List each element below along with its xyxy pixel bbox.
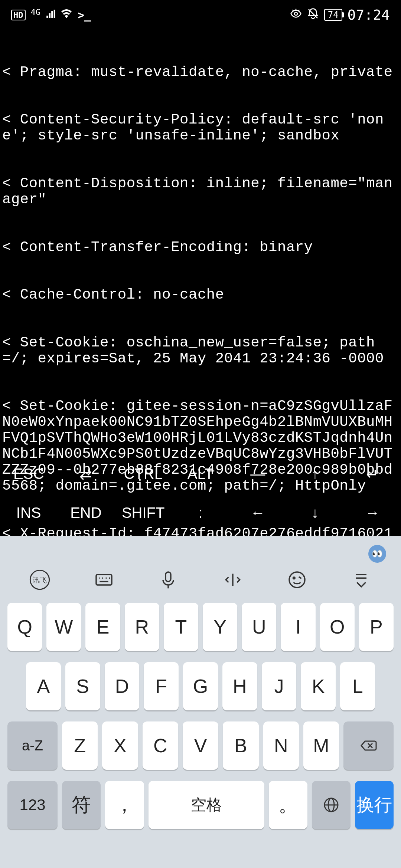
- wifi-icon: [61, 8, 72, 22]
- dash-key[interactable]: —: [229, 466, 286, 482]
- key-v[interactable]: V: [183, 721, 218, 770]
- terminal-output[interactable]: < Pragma: must-revalidate, no-cache, pri…: [0, 30, 401, 451]
- key-x[interactable]: X: [102, 721, 138, 770]
- mute-icon: [307, 8, 319, 22]
- colon-key[interactable]: :: [172, 504, 229, 521]
- key-n[interactable]: N: [263, 721, 299, 770]
- key-t[interactable]: T: [164, 603, 198, 651]
- swap-key[interactable]: ⇄: [57, 466, 114, 483]
- key-globe[interactable]: [312, 781, 351, 829]
- key-c[interactable]: C: [143, 721, 178, 770]
- esc-key[interactable]: ESC: [0, 466, 57, 482]
- key-s[interactable]: S: [65, 662, 100, 710]
- cursor-move-icon[interactable]: [221, 568, 245, 592]
- key-e[interactable]: E: [85, 603, 120, 651]
- key-backspace[interactable]: [343, 721, 394, 770]
- svg-point-12: [289, 572, 305, 588]
- key-p[interactable]: P: [359, 603, 394, 651]
- key-numbers[interactable]: 123: [7, 781, 58, 829]
- terminal-icon: >_: [78, 9, 91, 22]
- enter-key[interactable]: ↵: [344, 466, 401, 483]
- ins-key[interactable]: INS: [0, 504, 57, 521]
- microphone-icon[interactable]: [156, 568, 180, 592]
- emoji-icon[interactable]: [285, 568, 309, 592]
- key-z[interactable]: Z: [62, 721, 98, 770]
- key-u[interactable]: U: [242, 603, 276, 651]
- signal-icon: [46, 9, 55, 22]
- key-comma[interactable]: ，: [105, 781, 144, 829]
- battery-indicator: 74: [324, 9, 342, 21]
- key-l[interactable]: L: [340, 662, 375, 710]
- svg-rect-4: [96, 575, 112, 585]
- terminal-line: < Pragma: must-revalidate, no-cache, pri…: [2, 65, 399, 80]
- terminal-line: < Content-Transfer-Encoding: binary: [2, 240, 399, 256]
- ime-assistant-icon[interactable]: 👀: [368, 545, 386, 563]
- eye-icon: [290, 8, 302, 22]
- key-w[interactable]: W: [46, 603, 81, 651]
- keyboard-switch-icon[interactable]: [92, 568, 116, 592]
- down-arrow-key[interactable]: ↓: [286, 504, 343, 521]
- ctrl-key[interactable]: CTRL: [115, 466, 172, 482]
- up-arrow-key[interactable]: ↑: [286, 466, 343, 482]
- key-y[interactable]: Y: [203, 603, 237, 651]
- left-arrow-key[interactable]: ←: [229, 504, 286, 521]
- svg-point-13: [293, 577, 295, 579]
- terminal-line: < Content-Disposition: inline; filename=…: [2, 176, 399, 208]
- right-arrow-key[interactable]: →: [344, 504, 401, 521]
- terminal-line: < Content-Security-Policy: default-src '…: [2, 112, 399, 144]
- key-h[interactable]: H: [222, 662, 257, 710]
- ime-keyboard: 👀 讯飞 Q W E R T Y U I O: [0, 536, 401, 868]
- svg-text:讯飞: 讯飞: [33, 576, 47, 584]
- extra-keys-bar: ESC ⇄ CTRL ALT — ↑ ↵ INS END SHIFT : ← ↓…: [0, 451, 401, 536]
- terminal-line: < Set-Cookie: oschina_new_user=false; pa…: [2, 335, 399, 367]
- key-d[interactable]: D: [105, 662, 140, 710]
- alt-key[interactable]: ALT: [172, 466, 229, 482]
- iflytek-logo-icon[interactable]: 讯飞: [28, 568, 52, 592]
- hd-indicator: HD: [11, 10, 26, 20]
- key-space[interactable]: 空格: [149, 781, 264, 829]
- network-4g: 4G: [31, 7, 41, 17]
- key-period[interactable]: 。: [269, 781, 307, 829]
- key-o[interactable]: O: [320, 603, 355, 651]
- terminal-line: < Cache-Control: no-cache: [2, 287, 399, 303]
- svg-point-0: [294, 12, 297, 15]
- key-g[interactable]: G: [183, 662, 218, 710]
- key-symbols[interactable]: 符: [62, 781, 101, 829]
- key-k[interactable]: K: [301, 662, 336, 710]
- collapse-icon[interactable]: [349, 568, 373, 592]
- key-i[interactable]: I: [281, 603, 315, 651]
- key-q[interactable]: Q: [7, 603, 42, 651]
- key-case-toggle[interactable]: a-Z: [7, 721, 58, 770]
- key-j[interactable]: J: [262, 662, 297, 710]
- status-bar: HD 4G >_ 74 07:24: [0, 0, 401, 30]
- clock: 07:24: [348, 7, 390, 23]
- shift-key[interactable]: SHIFT: [115, 504, 172, 521]
- svg-rect-10: [166, 572, 171, 582]
- key-m[interactable]: M: [303, 721, 339, 770]
- key-b[interactable]: B: [223, 721, 258, 770]
- key-f[interactable]: F: [144, 662, 179, 710]
- end-key[interactable]: END: [57, 504, 114, 521]
- key-enter[interactable]: 换行: [355, 781, 394, 829]
- key-a[interactable]: A: [26, 662, 61, 710]
- key-r[interactable]: R: [125, 603, 159, 651]
